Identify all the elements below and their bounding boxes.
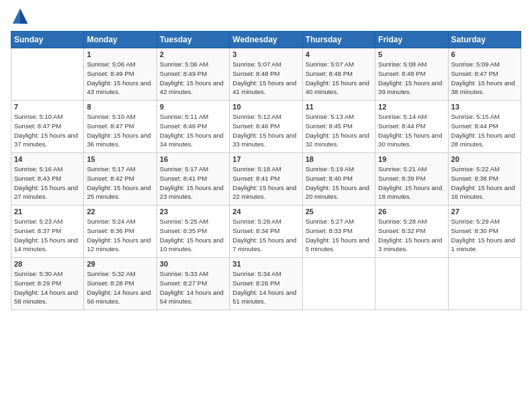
calendar-header-row: SundayMondayTuesdayWednesdayThursdayFrid…: [11, 32, 521, 48]
day-cell: 5Sunrise: 5:08 AMSunset: 8:48 PMDaylight…: [375, 48, 448, 101]
page: SundayMondayTuesdayWednesdayThursdayFrid…: [0, 0, 532, 411]
day-number: 29: [87, 260, 153, 268]
day-number: 13: [451, 103, 518, 111]
week-row-2: 7Sunrise: 5:10 AMSunset: 8:47 PMDaylight…: [11, 101, 521, 153]
day-number: 23: [160, 208, 226, 216]
day-cell: [302, 258, 375, 310]
day-number: 28: [14, 260, 81, 268]
day-number: 14: [14, 155, 81, 163]
day-info: Sunrise: 5:29 AMSunset: 8:30 PMDaylight:…: [451, 217, 518, 254]
day-cell: 11Sunrise: 5:13 AMSunset: 8:45 PMDayligh…: [302, 101, 375, 153]
day-cell: 31Sunrise: 5:34 AMSunset: 8:26 PMDayligh…: [230, 258, 302, 310]
day-cell: 8Sunrise: 5:10 AMSunset: 8:47 PMDaylight…: [84, 101, 157, 153]
day-info: Sunrise: 5:12 AMSunset: 8:46 PMDaylight:…: [232, 112, 299, 149]
day-info: Sunrise: 5:07 AMSunset: 8:48 PMDaylight:…: [232, 60, 299, 97]
day-cell: 28Sunrise: 5:30 AMSunset: 8:29 PMDayligh…: [11, 258, 84, 310]
day-number: 21: [14, 208, 81, 216]
day-info: Sunrise: 5:17 AMSunset: 8:41 PMDaylight:…: [160, 165, 226, 201]
day-cell: 19Sunrise: 5:21 AMSunset: 8:39 PMDayligh…: [375, 153, 448, 205]
week-row-3: 14Sunrise: 5:16 AMSunset: 8:43 PMDayligh…: [11, 153, 521, 205]
day-cell: 4Sunrise: 5:07 AMSunset: 8:48 PMDaylight…: [302, 48, 375, 101]
day-cell: 15Sunrise: 5:17 AMSunset: 8:42 PMDayligh…: [84, 153, 157, 205]
day-info: Sunrise: 5:14 AMSunset: 8:44 PMDaylight:…: [378, 112, 445, 149]
day-number: 1: [87, 50, 153, 58]
day-number: 24: [232, 208, 299, 216]
day-number: 17: [232, 155, 299, 163]
logo: [11, 7, 32, 26]
header: [11, 7, 521, 26]
day-cell: 27Sunrise: 5:29 AMSunset: 8:30 PMDayligh…: [448, 205, 521, 258]
day-info: Sunrise: 5:30 AMSunset: 8:29 PMDaylight:…: [14, 269, 81, 306]
day-cell: 29Sunrise: 5:32 AMSunset: 8:28 PMDayligh…: [84, 258, 157, 310]
day-cell: [448, 258, 521, 310]
day-number: 5: [378, 50, 445, 58]
day-cell: 20Sunrise: 5:22 AMSunset: 8:38 PMDayligh…: [448, 153, 521, 205]
day-number: 6: [451, 50, 518, 58]
day-cell: 24Sunrise: 5:26 AMSunset: 8:34 PMDayligh…: [230, 205, 302, 258]
day-info: Sunrise: 5:09 AMSunset: 8:47 PMDaylight:…: [451, 60, 518, 97]
day-cell: 23Sunrise: 5:25 AMSunset: 8:35 PMDayligh…: [157, 205, 229, 258]
day-info: Sunrise: 5:25 AMSunset: 8:35 PMDaylight:…: [160, 217, 226, 254]
day-info: Sunrise: 5:07 AMSunset: 8:48 PMDaylight:…: [306, 60, 372, 97]
day-cell: 16Sunrise: 5:17 AMSunset: 8:41 PMDayligh…: [157, 153, 229, 205]
day-number: 25: [306, 208, 372, 216]
logo-icon: [11, 7, 30, 26]
day-cell: [11, 48, 84, 101]
day-number: 10: [232, 103, 299, 111]
day-info: Sunrise: 5:10 AMSunset: 8:47 PMDaylight:…: [87, 112, 153, 149]
day-info: Sunrise: 5:19 AMSunset: 8:40 PMDaylight:…: [306, 165, 372, 201]
day-number: 11: [306, 103, 372, 111]
day-info: Sunrise: 5:18 AMSunset: 8:41 PMDaylight:…: [232, 165, 299, 201]
day-cell: 2Sunrise: 5:06 AMSunset: 8:49 PMDaylight…: [157, 48, 229, 101]
day-cell: [375, 258, 448, 310]
col-header-thursday: Thursday: [302, 32, 375, 48]
calendar-table: SundayMondayTuesdayWednesdayThursdayFrid…: [11, 31, 521, 310]
day-number: 16: [160, 155, 226, 163]
week-row-4: 21Sunrise: 5:23 AMSunset: 8:37 PMDayligh…: [11, 205, 521, 258]
day-info: Sunrise: 5:33 AMSunset: 8:27 PMDaylight:…: [160, 269, 226, 306]
day-info: Sunrise: 5:08 AMSunset: 8:48 PMDaylight:…: [378, 60, 445, 97]
day-cell: 18Sunrise: 5:19 AMSunset: 8:40 PMDayligh…: [302, 153, 375, 205]
day-cell: 14Sunrise: 5:16 AMSunset: 8:43 PMDayligh…: [11, 153, 84, 205]
day-number: 15: [87, 155, 153, 163]
day-number: 26: [378, 208, 445, 216]
day-info: Sunrise: 5:27 AMSunset: 8:33 PMDaylight:…: [306, 217, 372, 254]
day-number: 19: [378, 155, 445, 163]
day-number: 20: [451, 155, 518, 163]
day-cell: 25Sunrise: 5:27 AMSunset: 8:33 PMDayligh…: [302, 205, 375, 258]
day-info: Sunrise: 5:13 AMSunset: 8:45 PMDaylight:…: [306, 112, 372, 149]
day-number: 3: [232, 50, 299, 58]
day-cell: 12Sunrise: 5:14 AMSunset: 8:44 PMDayligh…: [375, 101, 448, 153]
col-header-wednesday: Wednesday: [230, 32, 302, 48]
day-info: Sunrise: 5:28 AMSunset: 8:32 PMDaylight:…: [378, 217, 445, 254]
day-cell: 7Sunrise: 5:10 AMSunset: 8:47 PMDaylight…: [11, 101, 84, 153]
day-number: 9: [160, 103, 226, 111]
day-info: Sunrise: 5:32 AMSunset: 8:28 PMDaylight:…: [87, 269, 153, 306]
day-info: Sunrise: 5:21 AMSunset: 8:39 PMDaylight:…: [378, 165, 445, 201]
day-info: Sunrise: 5:16 AMSunset: 8:43 PMDaylight:…: [14, 165, 81, 201]
day-cell: 1Sunrise: 5:06 AMSunset: 8:49 PMDaylight…: [84, 48, 157, 101]
day-cell: 30Sunrise: 5:33 AMSunset: 8:27 PMDayligh…: [157, 258, 229, 310]
col-header-sunday: Sunday: [11, 32, 84, 48]
day-info: Sunrise: 5:06 AMSunset: 8:49 PMDaylight:…: [160, 60, 226, 97]
day-number: 2: [160, 50, 226, 58]
day-cell: 6Sunrise: 5:09 AMSunset: 8:47 PMDaylight…: [448, 48, 521, 101]
col-header-saturday: Saturday: [448, 32, 521, 48]
day-number: 8: [87, 103, 153, 111]
day-number: 4: [306, 50, 372, 58]
day-cell: 13Sunrise: 5:15 AMSunset: 8:44 PMDayligh…: [448, 101, 521, 153]
week-row-1: 1Sunrise: 5:06 AMSunset: 8:49 PMDaylight…: [11, 48, 521, 101]
day-info: Sunrise: 5:06 AMSunset: 8:49 PMDaylight:…: [87, 60, 153, 97]
day-cell: 10Sunrise: 5:12 AMSunset: 8:46 PMDayligh…: [230, 101, 302, 153]
day-info: Sunrise: 5:22 AMSunset: 8:38 PMDaylight:…: [451, 165, 518, 201]
col-header-monday: Monday: [84, 32, 157, 48]
day-number: 22: [87, 208, 153, 216]
day-info: Sunrise: 5:10 AMSunset: 8:47 PMDaylight:…: [14, 112, 81, 149]
week-row-5: 28Sunrise: 5:30 AMSunset: 8:29 PMDayligh…: [11, 258, 521, 310]
day-info: Sunrise: 5:23 AMSunset: 8:37 PMDaylight:…: [14, 217, 81, 254]
col-header-friday: Friday: [375, 32, 448, 48]
day-cell: 21Sunrise: 5:23 AMSunset: 8:37 PMDayligh…: [11, 205, 84, 258]
day-info: Sunrise: 5:15 AMSunset: 8:44 PMDaylight:…: [451, 112, 518, 149]
day-cell: 17Sunrise: 5:18 AMSunset: 8:41 PMDayligh…: [230, 153, 302, 205]
day-info: Sunrise: 5:11 AMSunset: 8:46 PMDaylight:…: [160, 112, 226, 149]
